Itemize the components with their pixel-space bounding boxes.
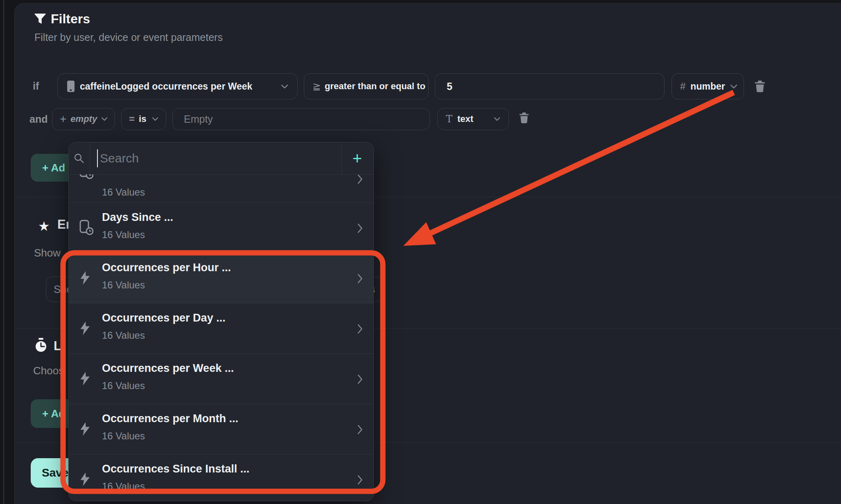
text-cursor (97, 149, 98, 167)
type-select[interactable]: # number (671, 73, 744, 99)
value-input-text: 5 (447, 81, 452, 92)
limits-section-heading: L (54, 339, 61, 353)
delete-filter-button[interactable] (754, 79, 766, 93)
list-item-subtitle: 16 Values (102, 430, 145, 442)
attribute-dropdown: + 16 Values Days Since ... 16 Va (68, 142, 374, 501)
condition-prefix-and: and (29, 113, 47, 125)
device-clock-icon (79, 174, 93, 179)
plus-icon: + (60, 112, 66, 126)
list-item-subtitle: 16 Values (102, 187, 145, 198)
empty-value-input[interactable]: Empty (172, 108, 430, 130)
trash-icon (755, 80, 765, 92)
lightning-icon (79, 271, 90, 285)
lightning-icon (79, 371, 90, 386)
list-item-occurrences-per-hour[interactable]: Occurrences per Hour ... 16 Values (69, 253, 373, 303)
list-item-title: Days Since ... (102, 211, 173, 224)
plus-icon: + (353, 149, 362, 168)
gte-icon: ≧ (312, 81, 321, 92)
search-divider (90, 142, 90, 174)
value-input[interactable]: 5 (435, 73, 665, 99)
type-select-text[interactable]: T text (437, 108, 509, 130)
list-item-subtitle: 16 Values (102, 330, 145, 341)
lightning-icon (79, 321, 90, 335)
chevron-right-icon (357, 475, 363, 485)
save-button-label: Save (31, 466, 68, 479)
list-item-title: Occurrences per Day ... (102, 312, 226, 324)
lightning-icon (79, 422, 90, 436)
search-input[interactable] (99, 142, 330, 174)
text-type-icon: T (446, 113, 452, 125)
field-select-empty-value: empty (70, 114, 97, 124)
star-icon: ★ (38, 218, 50, 234)
list-item-occurrences-per-week[interactable]: Occurrences per Week ... 16 Values (69, 353, 373, 404)
operator-is-value: is (139, 114, 146, 124)
chevron-right-icon (357, 223, 363, 233)
list-item-occurrences-since-install[interactable]: Occurrences Since Install ... 16 Values (69, 454, 373, 501)
list-item-occurrences-per-day[interactable]: Occurrences per Day ... 16 Values (69, 303, 373, 353)
list-item-subtitle: 16 Values (102, 229, 145, 241)
chevron-right-icon (357, 174, 363, 184)
list-item-title: Occurrences per Month ... (102, 412, 238, 425)
hash-icon: # (680, 81, 685, 92)
chevron-down-icon (152, 117, 158, 121)
chevron-right-icon (357, 324, 363, 334)
dropdown-search-row: + (69, 142, 373, 175)
empty-value-placeholder: Empty (184, 113, 213, 125)
list-item[interactable]: 16 Values (69, 174, 373, 202)
list-item-days-since[interactable]: Days Since ... 16 Values (69, 202, 373, 253)
field-select-value: caffeineLogged occurrences per Week (80, 81, 252, 92)
funnel-icon (34, 14, 46, 26)
delete-filter-button[interactable] (518, 111, 530, 124)
type-select-value: number (690, 81, 725, 92)
device-clock-icon (79, 220, 93, 235)
chevron-down-icon (281, 84, 288, 89)
search-icon (69, 142, 90, 174)
dropdown-list: 16 Values Days Since ... 16 Values (69, 174, 373, 501)
list-item-subtitle: 16 Values (102, 279, 145, 291)
page-title: Filters (51, 11, 90, 27)
list-item-occurrences-per-month[interactable]: Occurrences per Month ... 16 Values (69, 404, 373, 454)
lightning-icon (79, 472, 90, 486)
filters-screen: Filters Filter by user, device or event … (0, 0, 841, 504)
add-attribute-button[interactable]: + (341, 142, 373, 174)
field-select[interactable]: caffeineLogged occurrences per Week (57, 73, 298, 99)
page-subtitle: Filter by user, device or event paramete… (34, 32, 223, 43)
chevron-right-icon (357, 274, 363, 284)
list-item-title: Occurrences Since Install ... (102, 463, 249, 475)
field-select-empty[interactable]: + empty (52, 108, 115, 130)
outer-panel-edge (3, 0, 4, 504)
list-item-title: Occurrences per Hour ... (102, 261, 231, 274)
type-text-value: text (457, 114, 473, 124)
operator-select[interactable]: ≧ greater than or equal to (304, 73, 429, 99)
limits-section-description: Choos (33, 364, 64, 377)
device-icon (67, 80, 75, 92)
chevron-right-icon (357, 374, 363, 384)
operator-select-is[interactable]: = is (121, 108, 166, 130)
stopwatch-icon (34, 338, 47, 355)
add-filter-label: + Ad (31, 162, 65, 174)
operator-select-value: greater than or equal to (325, 81, 425, 92)
chevron-right-icon (357, 425, 363, 434)
chevron-down-icon (101, 117, 108, 121)
list-item-title: Occurrences per Week ... (102, 362, 234, 375)
condition-prefix-if: if (33, 80, 39, 92)
equals-icon: = (129, 113, 135, 125)
add-limit-label: + Ad (31, 407, 65, 420)
trash-icon (519, 112, 529, 124)
chevron-down-icon (494, 117, 500, 121)
list-item-subtitle: 16 Values (102, 481, 145, 492)
list-item-subtitle: 16 Values (102, 380, 145, 392)
entry-section-description: Show (34, 247, 61, 259)
chevron-down-icon (730, 84, 737, 89)
